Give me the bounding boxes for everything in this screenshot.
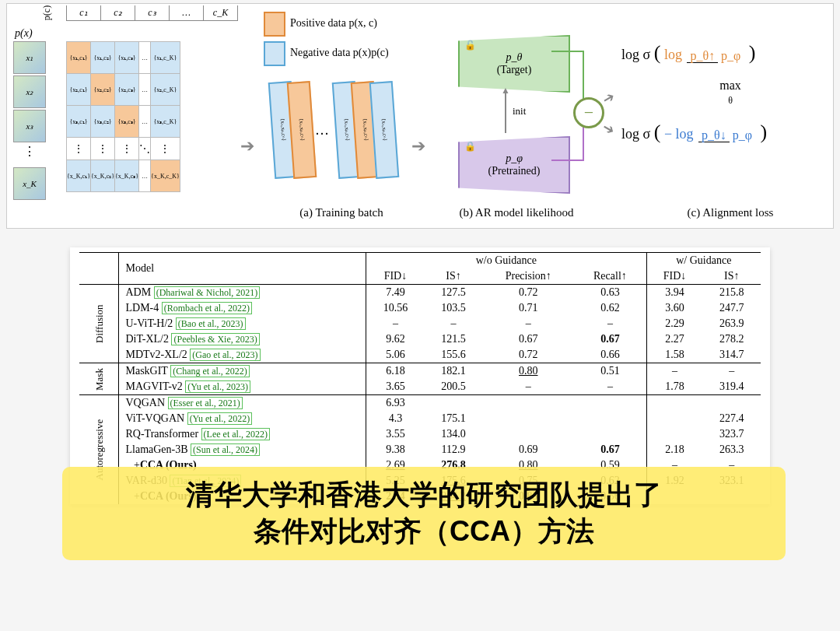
row-image: x₂: [13, 75, 46, 108]
matrix-cell: {x₁,c₂}: [91, 42, 115, 74]
training-batch: {xₙ,xₚ,cₙ}{xₙ,xₚ,cₙ}…{xₙ,xₚ,cₙ}{xₙ,xₚ,cₙ…: [271, 82, 391, 178]
matrix-cell: ⋮: [67, 138, 91, 160]
matrix-cell: …: [139, 160, 151, 192]
legend-swatch-positive: [264, 12, 285, 37]
matrix-grid: {x₁,c₁}{x₁,c₂}{x₁,c₃}…{x₁,c_K}{x₂,c₁}{x₂…: [66, 41, 180, 192]
pc-label: p(c): [41, 5, 53, 20]
logsigma: log σ: [621, 126, 650, 142]
col-header: …: [170, 5, 204, 21]
matrix-cell: …: [139, 106, 151, 138]
matrix-cell: {x_K,c₂}: [91, 160, 115, 192]
col-header: c₂: [101, 5, 135, 21]
legend-negative-label: Negative data p(x)p(c): [290, 47, 389, 58]
logsigma: log σ: [621, 47, 650, 62]
px-label: p(x): [15, 27, 33, 40]
caption-b: (b) AR model likelihood: [439, 206, 594, 219]
init-arrow: [505, 93, 506, 133]
matrix-cell: {x₂,c_K}: [151, 74, 180, 106]
loss-bot: log σ ( − log p_θ↓p_φ ): [621, 121, 839, 144]
minus-icon: −: [573, 97, 604, 128]
den: p_φ: [730, 128, 755, 142]
log: log: [664, 47, 682, 62]
matrix-cell: {x₁,c_K}: [151, 42, 180, 74]
legend-swatch-negative: [264, 41, 285, 66]
matrix-cell: {x₃,c₁}: [67, 106, 91, 138]
legend-positive-label: Positive data p(x, c): [290, 17, 377, 29]
lock-icon: 🔒: [464, 141, 476, 152]
figure-panel: p(c) p(x) c₁c₂c₃…c_K x₁x₂x₃⋮x_K {x₁,c₁}{…: [6, 3, 834, 229]
arrow-icon: ➔: [600, 119, 618, 140]
batch-card: …: [315, 122, 329, 138]
caption-overlay: 清华大学和香港大学的研究团队提出了 条件对比对齐（CCA）方法: [62, 467, 786, 560]
arrow-icon: ➔: [240, 136, 254, 156]
col-header: c_K: [204, 5, 238, 21]
loss-equations: log σ ( log p_θ↑p_φ ) max θ log σ ( − lo…: [621, 27, 839, 158]
row-image: ⋮: [13, 144, 46, 167]
matrix-cell: {x₃,c₃}: [115, 106, 139, 138]
matrix-cell: {x₁,c₃}: [115, 42, 139, 74]
matrix-cell: ⋮: [91, 138, 115, 160]
matrix-col-headers: c₁c₂c₃…c_K: [66, 5, 238, 21]
matrix-cell: {x_K,c_K}: [151, 160, 180, 192]
pretrained-symbol: p_φ: [506, 152, 523, 165]
matrix-cell: {x₃,c₂}: [91, 106, 115, 138]
den: p_φ: [718, 49, 744, 62]
num: p_θ↑: [687, 49, 718, 63]
num: p_θ↓: [698, 128, 730, 142]
row-image: x_K: [13, 167, 46, 200]
wire-target: [551, 51, 584, 107]
init-label: init: [513, 105, 526, 117]
matrix-cell: {x₂,c₃}: [115, 74, 139, 106]
neglog: − log: [664, 126, 694, 142]
matrix-cell: {x₁,c₁}: [67, 42, 91, 74]
row-image: x₃: [13, 110, 46, 142]
matrix-cell: …: [139, 74, 151, 106]
col-header: c₁: [66, 5, 101, 21]
arrow-icon: ➔: [411, 136, 425, 156]
target-sub: (Target): [497, 64, 532, 76]
unlock-icon: 🔓: [464, 40, 476, 51]
matrix-cell: ⋮: [115, 138, 139, 160]
caption-c: (c) Alignment loss: [653, 206, 808, 219]
results-table-panel: Modelw/o Guidancew/ GuidanceFID↓IS↑Preci…: [70, 247, 770, 504]
matrix-cell: {x₃,c_K}: [151, 106, 180, 138]
matrix-row-images: x₁x₂x₃⋮x_K: [13, 41, 46, 202]
max-label: max θ: [621, 79, 839, 107]
matrix-cell: {x_K,c₃}: [115, 160, 139, 192]
overlay-line2: 条件对比对齐（CCA）方法: [254, 515, 594, 547]
loss-top: log σ ( log p_θ↑p_φ ): [621, 41, 839, 65]
pretrained-sub: (Pretrained): [488, 165, 541, 177]
matrix-cell: ⋱: [139, 138, 151, 160]
matrix-cell: {x_K,c₁}: [67, 160, 91, 192]
matrix-cell: {x₂,c₁}: [67, 74, 91, 106]
overlay-line1: 清华大学和香港大学的研究团队提出了: [186, 479, 662, 510]
target-symbol: p_θ: [506, 51, 523, 64]
matrix-cell: ⋮: [151, 138, 180, 160]
col-header: c₃: [135, 5, 170, 21]
caption-a: (a) Training batch: [271, 206, 411, 219]
matrix-cell: …: [139, 42, 151, 74]
legend: Positive data p(x, c) Negative data p(x)…: [264, 12, 389, 71]
matrix-cell: {x₂,c₂}: [91, 74, 115, 106]
row-image: x₁: [13, 41, 46, 74]
